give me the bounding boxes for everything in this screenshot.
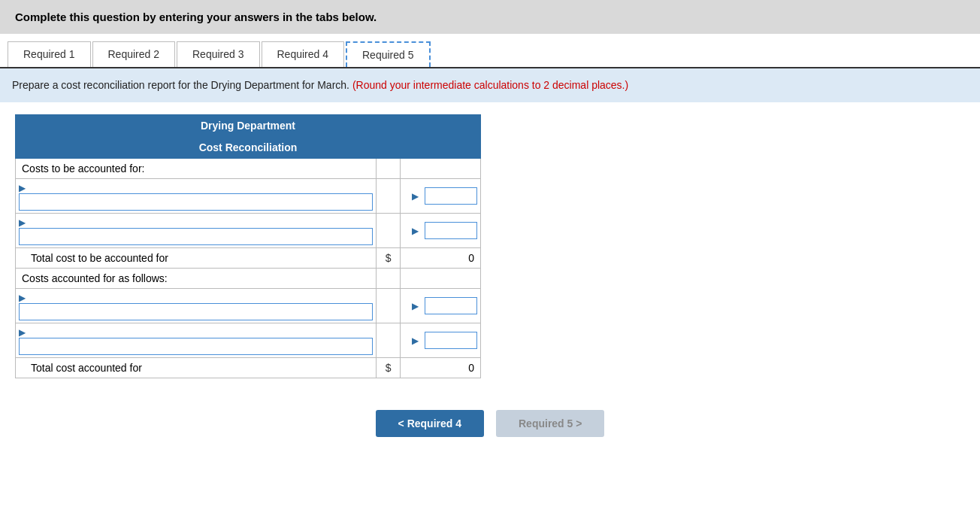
table-header-row-1: Drying Department: [16, 115, 481, 137]
total2-value: 0: [401, 358, 481, 378]
tab-required-2[interactable]: Required 2: [92, 41, 176, 67]
table-header-dept: Drying Department: [16, 115, 481, 137]
input-row-1: ▶ ▶: [16, 179, 481, 214]
banner-text: Complete this question by entering your …: [15, 11, 377, 23]
arrow-icon-val-1: ▶: [412, 191, 422, 202]
instruction-main: Prepare a cost reconciliation report for…: [12, 79, 349, 91]
tab-required-4[interactable]: Required 4: [262, 41, 345, 67]
arrow-icon-3: ▶: [19, 293, 29, 303]
input-value-4[interactable]: [425, 332, 477, 349]
table-header-title: Cost Reconciliation: [16, 137, 481, 159]
total-row-1: Total cost to be accounted for $ 0: [16, 248, 481, 269]
content-area: Drying Department Cost Reconciliation Co…: [0, 102, 980, 390]
tab-required-1[interactable]: Required 1: [8, 41, 91, 67]
section2-label: Costs accounted for as follows:: [16, 269, 377, 289]
instruction-note: (Round your intermediate calculations to…: [352, 79, 628, 91]
section1-label: Costs to be accounted for:: [16, 159, 377, 179]
total1-symbol: $: [377, 248, 401, 269]
arrow-icon-val-4: ▶: [412, 335, 422, 346]
total-row-2: Total cost accounted for $ 0: [16, 358, 481, 378]
arrow-icon-2: ▶: [19, 217, 29, 228]
input-field-2[interactable]: [19, 228, 373, 245]
section2-label-row: Costs accounted for as follows:: [16, 269, 481, 289]
arrow-icon-val-3: ▶: [412, 301, 422, 311]
total1-value: 0: [401, 248, 481, 269]
input-value-3[interactable]: [425, 297, 477, 314]
input-field-4[interactable]: [19, 338, 373, 355]
arrow-icon-val-2: ▶: [412, 226, 422, 236]
total1-label: Total cost to be accounted for: [16, 248, 377, 269]
tab-required-5[interactable]: Required 5: [346, 41, 431, 67]
input-value-2[interactable]: [425, 222, 477, 239]
report-table: Drying Department Cost Reconciliation Co…: [15, 114, 481, 378]
section1-label-row: Costs to be accounted for:: [16, 159, 481, 179]
tab-required-3[interactable]: Required 3: [177, 41, 260, 67]
input-field-3[interactable]: [19, 303, 373, 320]
prev-button[interactable]: < Required 4: [376, 410, 484, 437]
input-field-1[interactable]: [19, 193, 373, 211]
arrow-icon-1: ▶: [19, 183, 29, 193]
input-row-3: ▶ ▶: [16, 289, 481, 323]
top-banner: Complete this question by entering your …: [0, 0, 980, 34]
total2-label: Total cost accounted for: [16, 358, 377, 378]
input-row-4: ▶ ▶: [16, 323, 481, 358]
table-header-row-2: Cost Reconciliation: [16, 137, 481, 159]
instruction-area: Prepare a cost reconciliation report for…: [0, 68, 980, 102]
input-value-1[interactable]: [425, 187, 477, 205]
tabs-container: Required 1 Required 2 Required 3 Require…: [0, 34, 980, 68]
next-button[interactable]: Required 5 >: [496, 410, 604, 437]
nav-buttons: < Required 4 Required 5 >: [0, 398, 980, 449]
total2-symbol: $: [377, 358, 401, 378]
arrow-icon-4: ▶: [19, 327, 29, 338]
input-row-2: ▶ ▶: [16, 214, 481, 248]
